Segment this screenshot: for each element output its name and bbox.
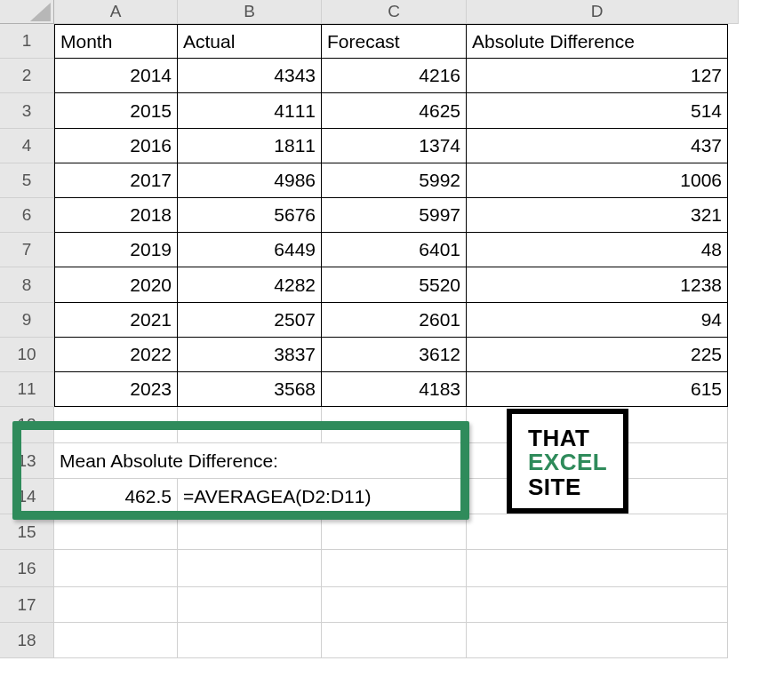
row-header-12[interactable]: 12 [0, 407, 54, 443]
table-header-a[interactable]: Month [54, 24, 178, 59]
cell-A-4[interactable]: 2016 [54, 129, 178, 163]
row-header-14[interactable]: 14 [0, 479, 54, 514]
cell-A17[interactable] [54, 587, 178, 623]
cell-B16[interactable] [178, 550, 322, 587]
row-header-15[interactable]: 15 [0, 514, 54, 550]
cell-A12[interactable] [54, 407, 178, 443]
row-header-11[interactable]: 11 [0, 372, 54, 407]
cell-A-9[interactable]: 2021 [54, 303, 178, 338]
cell-D18[interactable] [467, 623, 728, 658]
select-all-corner[interactable] [0, 0, 54, 24]
cell-D-9[interactable]: 94 [467, 303, 728, 338]
row-header-10[interactable]: 10 [0, 338, 54, 372]
row-header-5[interactable]: 5 [0, 163, 54, 198]
table-header-d[interactable]: Absolute Difference [467, 24, 728, 59]
cell-B-11[interactable]: 3568 [178, 372, 322, 407]
row-header-4[interactable]: 4 [0, 129, 54, 163]
row-header-1[interactable]: 1 [0, 24, 54, 59]
svg-marker-0 [30, 3, 51, 21]
table-header-b[interactable]: Actual [178, 24, 322, 59]
cell-B-8[interactable]: 4282 [178, 267, 322, 303]
cell-D-2[interactable]: 127 [467, 59, 728, 93]
cell-D-8[interactable]: 1238 [467, 267, 728, 303]
cell-B-3[interactable]: 4111 [178, 93, 322, 129]
row-header-7[interactable]: 7 [0, 233, 54, 267]
column-header-edge [727, 0, 739, 24]
cell-B12[interactable] [178, 407, 322, 443]
cell-B-9[interactable]: 2507 [178, 303, 322, 338]
cell-A-6[interactable]: 2018 [54, 198, 178, 233]
cell-C16[interactable] [322, 550, 467, 587]
cell-A-3[interactable]: 2015 [54, 93, 178, 129]
cell-A-10[interactable]: 2022 [54, 338, 178, 372]
table-header-c[interactable]: Forecast [322, 24, 467, 59]
row-header-13[interactable]: 13 [0, 443, 54, 479]
cell-C-2[interactable]: 4216 [322, 59, 467, 93]
cell-A18[interactable] [54, 623, 178, 658]
cell-C12[interactable] [322, 407, 467, 443]
cell-C-6[interactable]: 5997 [322, 198, 467, 233]
row-header-16[interactable]: 16 [0, 550, 54, 587]
logo-line-2: EXCEL [528, 450, 607, 474]
row-header-3[interactable]: 3 [0, 93, 54, 129]
cell-A-7[interactable]: 2019 [54, 233, 178, 267]
row-header-17[interactable]: 17 [0, 587, 54, 623]
cell-C-4[interactable]: 1374 [322, 129, 467, 163]
row-header-2[interactable]: 2 [0, 59, 54, 93]
cell-B15[interactable] [178, 514, 322, 550]
cell-D-5[interactable]: 1006 [467, 163, 728, 198]
cell-B18[interactable] [178, 623, 322, 658]
summary-value[interactable]: 462.5 [54, 479, 178, 514]
summary-label[interactable]: Mean Absolute Difference: [54, 443, 467, 479]
column-header-C[interactable]: C [322, 0, 467, 24]
cell-C-11[interactable]: 4183 [322, 372, 467, 407]
cell-D-7[interactable]: 48 [467, 233, 728, 267]
cell-C-10[interactable]: 3612 [322, 338, 467, 372]
cell-B-7[interactable]: 6449 [178, 233, 322, 267]
cell-C15[interactable] [322, 514, 467, 550]
summary-formula[interactable]: =AVERAGEA(D2:D11) [178, 479, 467, 514]
cell-C-7[interactable]: 6401 [322, 233, 467, 267]
cell-A-11[interactable]: 2023 [54, 372, 178, 407]
cell-C-5[interactable]: 5992 [322, 163, 467, 198]
cell-C17[interactable] [322, 587, 467, 623]
cell-C18[interactable] [322, 623, 467, 658]
cell-C-9[interactable]: 2601 [322, 303, 467, 338]
cell-B-10[interactable]: 3837 [178, 338, 322, 372]
logo-line-3: SITE [528, 475, 607, 499]
column-header-A[interactable]: A [54, 0, 178, 24]
cell-A16[interactable] [54, 550, 178, 587]
cell-B-2[interactable]: 4343 [178, 59, 322, 93]
row-header-8[interactable]: 8 [0, 267, 54, 303]
cell-D-11[interactable]: 615 [467, 372, 728, 407]
cell-A-8[interactable]: 2020 [54, 267, 178, 303]
cell-B-5[interactable]: 4986 [178, 163, 322, 198]
logo-line-1: THAT [528, 426, 607, 450]
cell-D16[interactable] [467, 550, 728, 587]
site-logo: THAT EXCEL SITE [507, 409, 628, 514]
cell-A-2[interactable]: 2014 [54, 59, 178, 93]
cell-D-3[interactable]: 514 [467, 93, 728, 129]
column-header-D[interactable]: D [467, 0, 728, 24]
cell-C-8[interactable]: 5520 [322, 267, 467, 303]
row-header-9[interactable]: 9 [0, 303, 54, 338]
cell-D-4[interactable]: 437 [467, 129, 728, 163]
cell-B-4[interactable]: 1811 [178, 129, 322, 163]
cell-D17[interactable] [467, 587, 728, 623]
row-header-6[interactable]: 6 [0, 198, 54, 233]
cell-D-6[interactable]: 321 [467, 198, 728, 233]
cell-B-6[interactable]: 5676 [178, 198, 322, 233]
cell-A15[interactable] [54, 514, 178, 550]
cell-D15[interactable] [467, 514, 728, 550]
cell-C-3[interactable]: 4625 [322, 93, 467, 129]
cell-A-5[interactable]: 2017 [54, 163, 178, 198]
column-header-B[interactable]: B [178, 0, 322, 24]
cell-B17[interactable] [178, 587, 322, 623]
row-header-18[interactable]: 18 [0, 623, 54, 658]
cell-D-10[interactable]: 225 [467, 338, 728, 372]
